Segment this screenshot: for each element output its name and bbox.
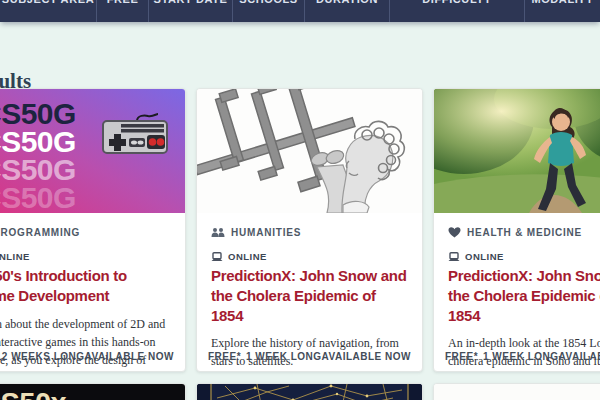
laptop-icon (211, 252, 223, 262)
heart-icon (448, 227, 461, 238)
card-body: PROGRAMMING ONLINE CS50's Introduction t… (0, 213, 185, 372)
catalog-page: SUBJECT AREA FREE START DATE SCHOOLS DUR… (0, 0, 600, 400)
cs50g-watermark-text: CS50G (0, 184, 185, 212)
category-row: PROGRAMMING (0, 227, 171, 238)
card-footer: FREE* 1 WEEK LONG AVAILABLE NOW (197, 351, 422, 362)
course-image-light (434, 384, 600, 400)
category-row: HEALTH & MEDICINE (448, 227, 600, 238)
card-footer: 12 WEEKS LONG AVAILABLE NOW (0, 351, 185, 362)
duration-label: 12 WEEKS LONG (0, 351, 85, 362)
filter-label: MODALITY (531, 0, 593, 5)
modality-label: ONLINE (228, 251, 267, 262)
price-label: FREE* (208, 351, 246, 362)
course-image-cs50x: CS50x (0, 384, 185, 400)
filter-free[interactable]: FREE (96, 0, 148, 22)
course-description: Learn about the development of 2D and 3D… (0, 315, 171, 372)
duration-label: 1 WEEK LONG (246, 351, 322, 362)
jogger-photo-illustration (434, 89, 600, 213)
course-card-cs50g[interactable]: CS50G CS50G CS50G CS50G (0, 88, 186, 372)
course-card-light[interactable] (433, 383, 600, 400)
course-card-predictionx-humanities[interactable]: HUMANITIES ONLINE PredictionX: John Snow… (196, 88, 423, 372)
cross-staff-engraving-illustration (197, 89, 422, 213)
availability-label: AVAILABLE NOW (322, 351, 411, 362)
filter-modality[interactable]: MODALITY (524, 0, 600, 22)
filter-label: DURATION (316, 0, 378, 5)
cs50x-watermark-text: CS50x (0, 387, 185, 400)
filter-schools[interactable]: SCHOOLS (232, 0, 304, 22)
course-image-cs50g: CS50G CS50G CS50G CS50G (0, 89, 185, 213)
filter-label: SCHOOLS (239, 0, 298, 5)
course-image-star-chart (197, 384, 422, 400)
category-label: HUMANITIES (231, 227, 301, 238)
course-image-jogger-photo (434, 89, 600, 213)
course-title[interactable]: PredictionX: John Snow and the Cholera E… (448, 266, 600, 325)
course-title[interactable]: PredictionX: John Snow and the Cholera E… (211, 266, 408, 325)
modality-row: ONLINE (211, 251, 408, 262)
duration-label: 1 WEEK LONG (483, 351, 559, 362)
category-row: HUMANITIES (211, 227, 408, 238)
course-title[interactable]: CS50's Introduction to Game Development (0, 266, 171, 306)
category-label: PROGRAMMING (0, 227, 80, 238)
cs50g-watermark-text: CS50G (0, 156, 185, 184)
filter-duration[interactable]: DURATION (304, 0, 389, 22)
modality-label: ONLINE (465, 251, 504, 262)
people-icon (211, 227, 225, 238)
laptop-icon (448, 252, 460, 262)
star-chart-illustration (197, 384, 422, 400)
price-label: FREE* (445, 351, 483, 362)
course-image-cross-staff-engraving (197, 89, 422, 213)
nes-controller-icon (101, 113, 169, 155)
card-body: HUMANITIES ONLINE PredictionX: John Snow… (197, 213, 422, 370)
course-card-cs50x[interactable]: CS50x (0, 383, 186, 400)
filter-label: SUBJECT AREA (2, 0, 94, 5)
availability-label: AVAILABLE NOW (559, 351, 600, 362)
filter-bar: SUBJECT AREA FREE START DATE SCHOOLS DUR… (0, 0, 600, 22)
filter-subject-area[interactable]: SUBJECT AREA (0, 0, 96, 22)
filter-start-date[interactable]: START DATE (148, 0, 232, 22)
card-footer: FREE* 1 WEEK LONG AVAILABLE NOW (434, 351, 600, 362)
filter-label: START DATE (153, 0, 227, 5)
modality-label: ONLINE (0, 251, 30, 262)
modality-row: ONLINE (0, 251, 171, 262)
filter-label: DIFFICULTY (422, 0, 491, 5)
availability-label: AVAILABLE NOW (85, 351, 174, 362)
modality-row: ONLINE (448, 251, 600, 262)
course-card-predictionx-health[interactable]: HEALTH & MEDICINE ONLINE PredictionX: Jo… (433, 88, 600, 372)
card-body: HEALTH & MEDICINE ONLINE PredictionX: Jo… (434, 213, 600, 372)
filter-label: FREE (107, 0, 139, 5)
course-card-starmap[interactable] (196, 383, 423, 400)
filter-difficulty[interactable]: DIFFICULTY (389, 0, 524, 22)
category-label: HEALTH & MEDICINE (467, 227, 582, 238)
